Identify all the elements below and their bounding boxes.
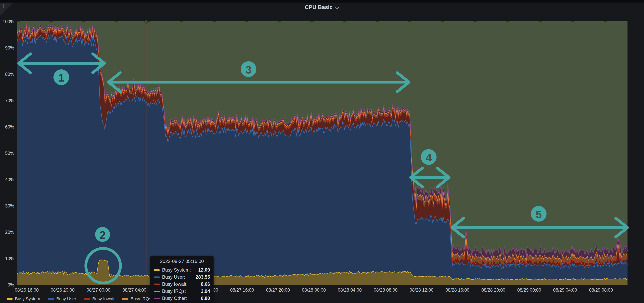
tooltip-series-label: Busy User:	[162, 274, 196, 280]
legend-swatch	[7, 298, 12, 300]
panel-title[interactable]: CPU Basic	[305, 4, 332, 10]
tooltip-series-label: Busy System:	[162, 267, 198, 273]
svg-text:2: 2	[100, 229, 106, 241]
tooltip-series-label: Busy Other:	[162, 296, 201, 301]
tooltip-series-label: Busy IRQs:	[162, 288, 201, 294]
tooltip-series-value: 0.80	[201, 296, 210, 301]
legend-label[interactable]: Busy User	[56, 296, 76, 302]
annotation-badge-1: 1	[54, 69, 69, 85]
y-tick-label: 30%	[0, 204, 14, 209]
legend-label[interactable]: Busy Iowait	[92, 296, 114, 302]
series-color-dash	[154, 270, 160, 271]
y-tick-label: 10%	[0, 256, 14, 261]
svg-text:4: 4	[426, 151, 432, 164]
cpu-usage-chart[interactable]: 1 2 3 4 5	[0, 0, 644, 303]
tooltip-timestamp: 2022-08-27 05:16:00	[154, 258, 210, 264]
annotation-badge-4: 4	[421, 149, 436, 165]
series-color-dash	[154, 298, 160, 299]
legend-label[interactable]: Busy System	[15, 296, 40, 302]
chart-tooltip: 2022-08-27 05:16:00 Busy System:12.09Bus…	[150, 256, 214, 303]
y-tick-label: 50%	[0, 151, 14, 156]
panel-header[interactable]: CPU Basic	[0, 2, 644, 12]
legend-item-busy-irqs[interactable]: Busy IRQs	[122, 296, 151, 302]
legend-swatch	[122, 298, 128, 300]
svg-text:5: 5	[536, 208, 542, 220]
legend: Busy SystemBusy UserBusy IowaitBusy IRQs	[7, 296, 151, 302]
tooltip-row: Busy Other:0.80	[154, 295, 210, 302]
annotation-badge-3: 3	[241, 61, 256, 77]
tooltip-series-value: 283.55	[196, 274, 210, 280]
legend-label[interactable]: Busy IRQs	[130, 296, 151, 302]
y-tick-label: 0%	[0, 282, 14, 288]
tooltip-row: Busy IRQs:3.94	[154, 288, 210, 295]
y-tick-label: 70%	[0, 98, 14, 103]
y-tick-label: 20%	[0, 230, 14, 235]
tooltip-series-value: 8.66	[201, 282, 210, 287]
y-tick-label: 90%	[0, 46, 14, 51]
tooltip-row: Busy User:283.55	[154, 274, 210, 280]
x-tick-label: 08/29 08:00	[579, 288, 622, 293]
annotation-badge-5: 5	[531, 206, 546, 222]
legend-swatch	[48, 298, 54, 300]
annotation-badge-2: 2	[95, 227, 110, 242]
y-tick-label: 60%	[0, 124, 14, 130]
y-tick-label: 40%	[0, 177, 14, 182]
tooltip-series-label: Busy Iowait:	[162, 282, 201, 287]
y-tick-label: 80%	[0, 72, 14, 77]
legend-item-busy-system[interactable]: Busy System	[7, 296, 40, 302]
info-icon[interactable]: i	[2, 4, 5, 10]
tooltip-series-value: 3.94	[201, 288, 210, 294]
svg-text:3: 3	[246, 64, 252, 76]
series-color-dash	[154, 284, 160, 285]
legend-item-busy-iowait[interactable]: Busy Iowait	[84, 296, 114, 302]
legend-swatch	[84, 298, 90, 300]
svg-text:1: 1	[58, 72, 64, 84]
tooltip-series-value: 12.09	[198, 267, 210, 273]
y-tick-label: 100%	[0, 19, 14, 24]
series-color-dash	[154, 290, 160, 292]
tooltip-row: Busy Iowait:8.66	[154, 280, 210, 288]
legend-item-busy-user[interactable]: Busy User	[48, 296, 76, 302]
chevron-down-icon	[335, 4, 339, 11]
tooltip-row: Busy System:12.09	[154, 266, 210, 274]
series-color-dash	[154, 276, 160, 278]
